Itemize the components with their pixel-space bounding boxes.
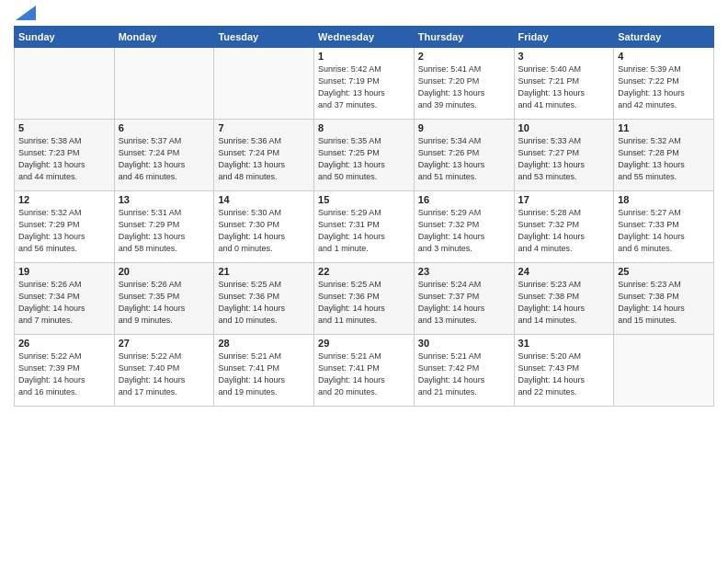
calendar-cell: 24Sunrise: 5:23 AM Sunset: 7:38 PM Dayli… <box>514 263 614 335</box>
day-info: Sunrise: 5:22 AM Sunset: 7:39 PM Dayligh… <box>18 350 110 398</box>
calendar-cell: 4Sunrise: 5:39 AM Sunset: 7:22 PM Daylig… <box>614 48 714 120</box>
calendar-cell: 12Sunrise: 5:32 AM Sunset: 7:29 PM Dayli… <box>15 191 115 263</box>
day-number: 20 <box>119 266 210 277</box>
day-info: Sunrise: 5:38 AM Sunset: 7:23 PM Dayligh… <box>18 135 110 183</box>
day-of-week-header: Monday <box>114 27 214 48</box>
calendar-week-row: 1Sunrise: 5:42 AM Sunset: 7:19 PM Daylig… <box>15 48 714 120</box>
day-number: 16 <box>418 194 510 205</box>
day-of-week-header: Wednesday <box>314 27 415 48</box>
day-number: 24 <box>518 266 610 277</box>
day-info: Sunrise: 5:24 AM Sunset: 7:37 PM Dayligh… <box>418 279 510 327</box>
calendar-cell: 21Sunrise: 5:25 AM Sunset: 7:36 PM Dayli… <box>214 263 314 335</box>
calendar-cell: 10Sunrise: 5:33 AM Sunset: 7:27 PM Dayli… <box>514 120 614 191</box>
day-number: 26 <box>18 338 110 349</box>
calendar-cell: 15Sunrise: 5:29 AM Sunset: 7:31 PM Dayli… <box>314 191 415 263</box>
day-info: Sunrise: 5:21 AM Sunset: 7:41 PM Dayligh… <box>318 350 410 398</box>
day-number: 23 <box>418 266 510 277</box>
day-of-week-header: Thursday <box>414 27 514 48</box>
day-info: Sunrise: 5:41 AM Sunset: 7:20 PM Dayligh… <box>418 63 510 111</box>
day-number: 11 <box>618 122 710 133</box>
day-info: Sunrise: 5:32 AM Sunset: 7:28 PM Dayligh… <box>618 135 710 183</box>
calendar-cell: 8Sunrise: 5:35 AM Sunset: 7:25 PM Daylig… <box>314 120 415 191</box>
day-info: Sunrise: 5:21 AM Sunset: 7:41 PM Dayligh… <box>218 350 310 398</box>
logo-icon <box>16 6 36 20</box>
day-number: 1 <box>318 51 410 62</box>
calendar-week-row: 19Sunrise: 5:26 AM Sunset: 7:34 PM Dayli… <box>15 263 714 335</box>
day-of-week-header: Tuesday <box>214 27 314 48</box>
calendar-cell: 22Sunrise: 5:25 AM Sunset: 7:36 PM Dayli… <box>314 263 415 335</box>
day-of-week-header: Saturday <box>614 27 714 48</box>
day-info: Sunrise: 5:34 AM Sunset: 7:26 PM Dayligh… <box>418 135 510 183</box>
day-number: 7 <box>218 122 310 133</box>
day-info: Sunrise: 5:20 AM Sunset: 7:43 PM Dayligh… <box>518 350 610 398</box>
day-number: 29 <box>318 338 410 349</box>
calendar-cell: 29Sunrise: 5:21 AM Sunset: 7:41 PM Dayli… <box>314 335 415 407</box>
calendar-cell: 25Sunrise: 5:23 AM Sunset: 7:38 PM Dayli… <box>614 263 714 335</box>
day-info: Sunrise: 5:35 AM Sunset: 7:25 PM Dayligh… <box>318 135 410 183</box>
day-info: Sunrise: 5:36 AM Sunset: 7:24 PM Dayligh… <box>218 135 310 183</box>
day-number: 12 <box>18 194 110 205</box>
day-number: 25 <box>618 266 710 277</box>
day-number: 13 <box>119 194 210 205</box>
day-info: Sunrise: 5:40 AM Sunset: 7:21 PM Dayligh… <box>518 63 610 111</box>
calendar-week-row: 12Sunrise: 5:32 AM Sunset: 7:29 PM Dayli… <box>15 191 714 263</box>
calendar-week-row: 26Sunrise: 5:22 AM Sunset: 7:39 PM Dayli… <box>15 335 714 407</box>
calendar-cell: 16Sunrise: 5:29 AM Sunset: 7:32 PM Dayli… <box>414 191 514 263</box>
calendar-cell: 30Sunrise: 5:21 AM Sunset: 7:42 PM Dayli… <box>414 335 514 407</box>
calendar-cell: 19Sunrise: 5:26 AM Sunset: 7:34 PM Dayli… <box>15 263 115 335</box>
calendar-cell: 26Sunrise: 5:22 AM Sunset: 7:39 PM Dayli… <box>15 335 115 407</box>
calendar-cell: 18Sunrise: 5:27 AM Sunset: 7:33 PM Dayli… <box>614 191 714 263</box>
page-container: SundayMondayTuesdayWednesdayThursdayFrid… <box>0 0 728 416</box>
calendar-cell: 5Sunrise: 5:38 AM Sunset: 7:23 PM Daylig… <box>15 120 115 191</box>
day-number: 2 <box>418 51 510 62</box>
day-number: 6 <box>119 122 210 133</box>
day-info: Sunrise: 5:26 AM Sunset: 7:34 PM Dayligh… <box>18 279 110 327</box>
calendar-header-row: SundayMondayTuesdayWednesdayThursdayFrid… <box>15 27 714 48</box>
calendar-cell: 17Sunrise: 5:28 AM Sunset: 7:32 PM Dayli… <box>514 191 614 263</box>
calendar-cell: 27Sunrise: 5:22 AM Sunset: 7:40 PM Dayli… <box>114 335 214 407</box>
day-number: 27 <box>119 338 210 349</box>
day-number: 17 <box>518 194 610 205</box>
day-info: Sunrise: 5:42 AM Sunset: 7:19 PM Dayligh… <box>318 63 410 111</box>
day-number: 14 <box>218 194 310 205</box>
day-info: Sunrise: 5:21 AM Sunset: 7:42 PM Dayligh… <box>418 350 510 398</box>
day-number: 21 <box>218 266 310 277</box>
day-info: Sunrise: 5:30 AM Sunset: 7:30 PM Dayligh… <box>218 207 310 255</box>
day-info: Sunrise: 5:23 AM Sunset: 7:38 PM Dayligh… <box>518 279 610 327</box>
day-info: Sunrise: 5:39 AM Sunset: 7:22 PM Dayligh… <box>618 63 710 111</box>
calendar-week-row: 5Sunrise: 5:38 AM Sunset: 7:23 PM Daylig… <box>15 120 714 191</box>
day-number: 4 <box>618 51 710 62</box>
calendar-cell <box>114 48 214 120</box>
calendar-cell: 9Sunrise: 5:34 AM Sunset: 7:26 PM Daylig… <box>414 120 514 191</box>
calendar-cell: 11Sunrise: 5:32 AM Sunset: 7:28 PM Dayli… <box>614 120 714 191</box>
calendar-cell: 31Sunrise: 5:20 AM Sunset: 7:43 PM Dayli… <box>514 335 614 407</box>
day-number: 8 <box>318 122 410 133</box>
day-info: Sunrise: 5:26 AM Sunset: 7:35 PM Dayligh… <box>119 279 210 327</box>
day-number: 19 <box>18 266 110 277</box>
day-info: Sunrise: 5:31 AM Sunset: 7:29 PM Dayligh… <box>119 207 210 255</box>
calendar-cell: 2Sunrise: 5:41 AM Sunset: 7:20 PM Daylig… <box>414 48 514 120</box>
calendar-table: SundayMondayTuesdayWednesdayThursdayFrid… <box>14 26 714 407</box>
day-info: Sunrise: 5:27 AM Sunset: 7:33 PM Dayligh… <box>618 207 710 255</box>
day-number: 5 <box>18 122 110 133</box>
day-number: 31 <box>518 338 610 349</box>
calendar-cell: 7Sunrise: 5:36 AM Sunset: 7:24 PM Daylig… <box>214 120 314 191</box>
calendar-cell: 6Sunrise: 5:37 AM Sunset: 7:24 PM Daylig… <box>114 120 214 191</box>
day-info: Sunrise: 5:23 AM Sunset: 7:38 PM Dayligh… <box>618 279 710 327</box>
calendar-cell: 14Sunrise: 5:30 AM Sunset: 7:30 PM Dayli… <box>214 191 314 263</box>
day-info: Sunrise: 5:28 AM Sunset: 7:32 PM Dayligh… <box>518 207 610 255</box>
day-number: 9 <box>418 122 510 133</box>
calendar-cell <box>15 48 115 120</box>
day-number: 15 <box>318 194 410 205</box>
calendar-cell: 3Sunrise: 5:40 AM Sunset: 7:21 PM Daylig… <box>514 48 614 120</box>
day-info: Sunrise: 5:22 AM Sunset: 7:40 PM Dayligh… <box>119 350 210 398</box>
day-info: Sunrise: 5:37 AM Sunset: 7:24 PM Dayligh… <box>119 135 210 183</box>
day-of-week-header: Friday <box>514 27 614 48</box>
calendar-cell: 23Sunrise: 5:24 AM Sunset: 7:37 PM Dayli… <box>414 263 514 335</box>
day-info: Sunrise: 5:29 AM Sunset: 7:31 PM Dayligh… <box>318 207 410 255</box>
calendar-cell: 20Sunrise: 5:26 AM Sunset: 7:35 PM Dayli… <box>114 263 214 335</box>
day-number: 10 <box>518 122 610 133</box>
calendar-cell <box>614 335 714 407</box>
calendar-cell: 1Sunrise: 5:42 AM Sunset: 7:19 PM Daylig… <box>314 48 415 120</box>
day-number: 30 <box>418 338 510 349</box>
